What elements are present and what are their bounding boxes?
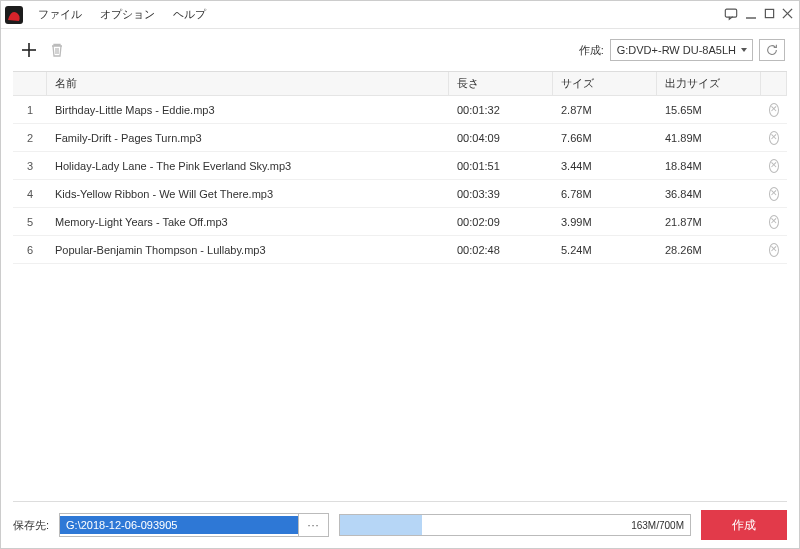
row-length: 00:02:09 [449,216,553,228]
remove-row-icon[interactable]: ✕ [769,243,779,257]
remove-row-icon[interactable]: ✕ [769,131,779,145]
minimize-icon[interactable] [745,8,757,22]
row-output-size: 18.84M [657,160,761,172]
row-length: 00:01:32 [449,104,553,116]
titlebar: ファイル オプション ヘルプ [1,1,799,29]
table-row[interactable]: 5Memory-Light Years - Take Off.mp300:02:… [13,208,787,236]
row-output-size: 36.84M [657,188,761,200]
col-size[interactable]: サイズ [553,72,657,95]
footer: 保存先: ··· 163M/700M 作成 [1,502,799,548]
row-output-size: 15.65M [657,104,761,116]
menu-file[interactable]: ファイル [29,3,91,26]
row-length: 00:02:48 [449,244,553,256]
table-row[interactable]: 2Family-Drift - Pages Turn.mp300:04:097.… [13,124,787,152]
save-to-label: 保存先: [13,518,49,533]
col-index [13,72,47,95]
row-size: 3.44M [553,160,657,172]
row-index: 3 [13,160,47,172]
browse-button[interactable]: ··· [298,514,328,536]
create-drive-label: 作成: [579,43,604,58]
table-header: 名前 長さ サイズ 出力サイズ [13,72,787,96]
row-length: 00:01:51 [449,160,553,172]
toolbar: 作成: G:DVD+-RW DU-8A5LH [1,29,799,71]
drive-select[interactable]: G:DVD+-RW DU-8A5LH [610,39,753,61]
remove-row-icon[interactable]: ✕ [769,159,779,173]
row-size: 3.99M [553,216,657,228]
feedback-icon[interactable] [724,7,738,23]
col-name[interactable]: 名前 [47,72,449,95]
row-name: Holiday-Lady Lane - The Pink Everland Sk… [47,160,449,172]
disc-usage-fill [340,515,422,535]
row-size: 5.24M [553,244,657,256]
row-index: 5 [13,216,47,228]
row-index: 1 [13,104,47,116]
maximize-icon[interactable] [764,8,775,21]
app-logo-icon [5,6,23,24]
row-size: 2.87M [553,104,657,116]
menu-help[interactable]: ヘルプ [164,3,215,26]
row-output-size: 21.87M [657,216,761,228]
remove-row-icon[interactable]: ✕ [769,187,779,201]
col-length[interactable]: 長さ [449,72,553,95]
row-length: 00:04:09 [449,132,553,144]
row-output-size: 41.89M [657,132,761,144]
table-row[interactable]: 1Birthday-Little Maps - Eddie.mp300:01:3… [13,96,787,124]
create-button[interactable]: 作成 [701,510,787,540]
delete-button[interactable] [43,36,71,64]
save-path-field: ··· [59,513,329,537]
row-name: Family-Drift - Pages Turn.mp3 [47,132,449,144]
row-size: 7.66M [553,132,657,144]
close-icon[interactable] [782,8,793,21]
table-row[interactable]: 6Popular-Benjamin Thompson - Lullaby.mp3… [13,236,787,264]
col-output-size[interactable]: 出力サイズ [657,72,761,95]
svg-rect-3 [765,9,773,17]
save-path-input[interactable] [60,516,298,534]
add-button[interactable] [15,36,43,64]
row-name: Memory-Light Years - Take Off.mp3 [47,216,449,228]
table-row[interactable]: 4Kids-Yellow Ribbon - We Will Get There.… [13,180,787,208]
row-index: 4 [13,188,47,200]
row-name: Birthday-Little Maps - Eddie.mp3 [47,104,449,116]
row-name: Popular-Benjamin Thompson - Lullaby.mp3 [47,244,449,256]
menu-options[interactable]: オプション [91,3,164,26]
refresh-button[interactable] [759,39,785,61]
row-index: 2 [13,132,47,144]
remove-row-icon[interactable]: ✕ [769,215,779,229]
disc-usage-text: 163M/700M [631,515,684,535]
row-size: 6.78M [553,188,657,200]
svg-rect-1 [725,9,736,17]
drive-select-value: G:DVD+-RW DU-8A5LH [617,44,736,56]
row-index: 6 [13,244,47,256]
row-name: Kids-Yellow Ribbon - We Will Get There.m… [47,188,449,200]
remove-row-icon[interactable]: ✕ [769,103,779,117]
col-actions [761,72,787,95]
row-output-size: 28.26M [657,244,761,256]
row-length: 00:03:39 [449,188,553,200]
file-table: 名前 長さ サイズ 出力サイズ 1Birthday-Little Maps - … [13,71,787,502]
disc-usage-bar: 163M/700M [339,514,691,536]
table-row[interactable]: 3Holiday-Lady Lane - The Pink Everland S… [13,152,787,180]
